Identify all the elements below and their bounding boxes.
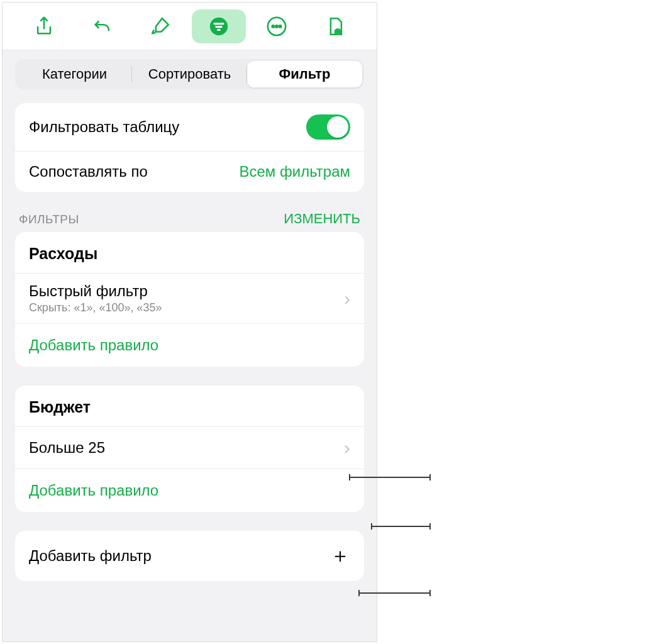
- tab-label: Сортировать: [148, 66, 231, 82]
- chevron-right-icon: ›: [344, 437, 350, 458]
- format-button[interactable]: [133, 9, 187, 43]
- group-title: Бюджет: [15, 386, 364, 427]
- document-view-button[interactable]: [308, 9, 362, 43]
- filters-section-header: ФИЛЬТРЫ ИЗМЕНИТЬ: [15, 211, 364, 232]
- rule-text: Быстрый фильтр Скрыть: «1», «100», «35»: [29, 282, 162, 314]
- rule-text: Больше 25: [29, 436, 105, 460]
- callout-line: [358, 592, 431, 594]
- svg-point-5: [272, 25, 274, 27]
- svg-rect-1: [213, 23, 224, 25]
- tab-label: Фильтр: [279, 66, 330, 82]
- more-icon: [266, 16, 287, 37]
- tab-sort[interactable]: Сортировать: [132, 61, 247, 87]
- segmented-control: Категории Сортировать Фильтр: [15, 59, 364, 89]
- brush-icon: [150, 16, 171, 37]
- share-button[interactable]: [17, 9, 71, 43]
- filter-group-card: Расходы Быстрый фильтр Скрыть: «1», «100…: [15, 232, 364, 367]
- filter-table-row: Фильтровать таблицу: [15, 103, 364, 152]
- svg-rect-3: [217, 29, 221, 31]
- match-by-value: Всем фильтрам: [240, 163, 351, 180]
- toolbar: [3, 3, 377, 50]
- undo-button[interactable]: [75, 9, 130, 43]
- filters-caption: ФИЛЬТРЫ: [19, 213, 79, 226]
- filter-settings-card: Фильтровать таблицу Сопоставлять по Всем…: [15, 103, 364, 192]
- tab-label: Категории: [42, 66, 107, 82]
- rule-row[interactable]: Больше 25 ›: [15, 427, 364, 469]
- share-icon: [33, 16, 55, 37]
- more-button[interactable]: [250, 9, 304, 43]
- undo-icon: [92, 16, 113, 37]
- rule-title: Больше 25: [29, 436, 105, 460]
- add-rule-button[interactable]: Добавить правило: [15, 324, 364, 367]
- callout-line: [349, 477, 431, 478]
- group-title: Расходы: [15, 232, 364, 274]
- svg-point-7: [279, 25, 281, 27]
- rule-title: Быстрый фильтр: [29, 282, 162, 300]
- chevron-right-icon: ›: [344, 288, 350, 309]
- content-area: Категории Сортировать Фильтр Фильтровать…: [3, 50, 377, 641]
- match-by-row[interactable]: Сопоставлять по Всем фильтрам: [15, 152, 364, 192]
- rule-row[interactable]: Быстрый фильтр Скрыть: «1», «100», «35» …: [15, 274, 364, 324]
- tab-categories[interactable]: Категории: [17, 61, 132, 87]
- filter-group-card: Бюджет Больше 25 › Добавить правило: [15, 386, 364, 512]
- svg-point-6: [276, 25, 278, 27]
- rule-subtitle: Скрыть: «1», «100», «35»: [29, 301, 162, 314]
- edit-filters-button[interactable]: ИЗМЕНИТЬ: [284, 211, 360, 227]
- add-rule-button[interactable]: Добавить правило: [15, 469, 364, 512]
- add-filter-button[interactable]: Добавить фильтр ＋: [15, 531, 364, 581]
- svg-rect-2: [215, 26, 222, 28]
- callout-line: [371, 526, 431, 527]
- plus-icon: ＋: [330, 542, 350, 570]
- filter-table-label: Фильтровать таблицу: [29, 118, 179, 136]
- svg-point-9: [336, 30, 338, 32]
- organize-button[interactable]: [192, 9, 246, 43]
- organize-panel: Категории Сортировать Фильтр Фильтровать…: [2, 2, 377, 642]
- add-filter-card: Добавить фильтр ＋: [15, 531, 364, 581]
- match-by-label: Сопоставлять по: [29, 163, 148, 180]
- filter-table-toggle[interactable]: [306, 114, 350, 140]
- add-filter-label: Добавить фильтр: [29, 547, 152, 565]
- document-view-icon: [324, 16, 346, 37]
- filter-icon: [208, 16, 229, 37]
- tab-filter[interactable]: Фильтр: [247, 61, 362, 87]
